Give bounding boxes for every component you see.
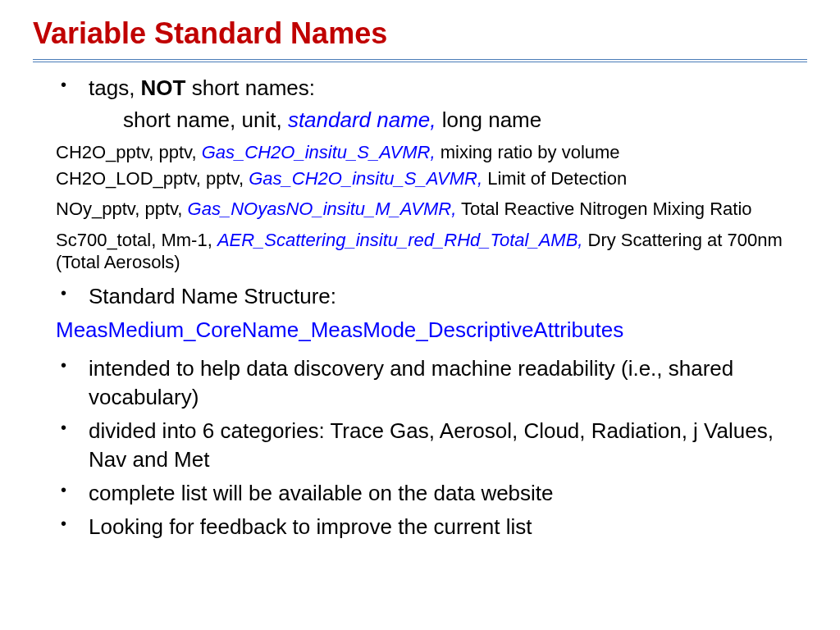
- slide: Variable Standard Names tags, NOT short …: [0, 0, 840, 563]
- text-blue-italic: Gas_CH2O_insitu_S_AVMR,: [249, 168, 482, 189]
- text: Limit of Detection: [482, 168, 627, 189]
- text-blue-italic: Gas_CH2O_insitu_S_AVMR,: [202, 142, 436, 162]
- bullet-categories: divided into 6 categories: Trace Gas, Ae…: [57, 417, 807, 474]
- example-sc700: Sc700_total, Mm-1, AER_Scattering_insitu…: [56, 229, 807, 274]
- example-ch2o-lod: CH2O_LOD_pptv, pptv, Gas_CH2O_insitu_S_A…: [56, 167, 807, 190]
- text: Sc700_total, Mm-1,: [56, 230, 217, 250]
- text-blue-italic: AER_Scattering_insitu_red_RHd_Total_AMB,: [217, 230, 583, 250]
- slide-title: Variable Standard Names: [33, 16, 807, 51]
- text: CH2O_pptv, pptv,: [56, 142, 202, 162]
- text: Total Reactive Nitrogen Mixing Ratio: [456, 199, 751, 219]
- text-bold: NOT: [141, 75, 186, 100]
- bullet-intended: intended to help data discovery and mach…: [57, 354, 807, 412]
- text: mixing ratio by volume: [436, 142, 620, 162]
- indent-line-format: short name, unit, standard name, long na…: [123, 107, 807, 133]
- text: short name, unit,: [123, 107, 288, 132]
- example-noy: NOy_pptv, pptv, Gas_NOyasNO_insitu_M_AVM…: [56, 198, 807, 221]
- bullet-feedback: Looking for feedback to improve the curr…: [57, 513, 807, 541]
- text: short names:: [185, 75, 315, 100]
- title-divider: [33, 59, 807, 62]
- text: long name: [436, 107, 542, 132]
- structure-format: MeasMedium_CoreName_MeasMode_Descriptive…: [56, 317, 807, 343]
- text: tags,: [89, 75, 141, 100]
- text-blue-italic: standard name,: [288, 107, 436, 132]
- text: CH2O_LOD_pptv, pptv,: [56, 168, 249, 189]
- text: NOy_pptv, pptv,: [56, 199, 188, 219]
- bullet-complete-list: complete list will be available on the d…: [57, 479, 807, 508]
- bullet-structure: Standard Name Structure:: [57, 282, 807, 311]
- bullet-tags: tags, NOT short names:: [57, 74, 807, 103]
- text-blue-italic: Gas_NOyasNO_insitu_M_AVMR,: [188, 199, 457, 219]
- example-ch2o: CH2O_pptv, pptv, Gas_CH2O_insitu_S_AVMR,…: [56, 141, 807, 164]
